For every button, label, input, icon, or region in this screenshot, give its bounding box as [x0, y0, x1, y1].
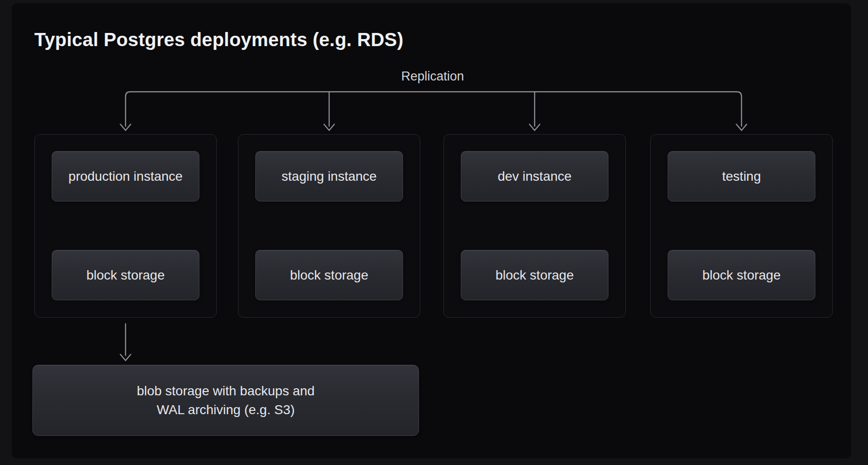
- staging-instance-label: staging instance: [282, 169, 377, 184]
- staging-block-storage-label: block storage: [290, 268, 369, 283]
- testing-block-storage-node: block storage: [668, 250, 815, 300]
- deployment-group-testing: testing block storage: [650, 134, 833, 318]
- dev-block-storage-label: block storage: [496, 268, 574, 283]
- production-instance-label: production instance: [69, 169, 183, 184]
- production-block-storage-node: block storage: [52, 250, 199, 300]
- production-block-storage-label: block storage: [87, 268, 165, 283]
- diagram-canvas: Typical Postgres deployments (e.g. RDS) …: [0, 0, 868, 465]
- blob-storage-line1: blob storage with backups and: [137, 382, 315, 401]
- blob-storage-node: blob storage with backups and WAL archiv…: [32, 365, 419, 436]
- testing-instance-label: testing: [722, 169, 761, 184]
- dev-instance-node: dev instance: [461, 151, 608, 201]
- blob-storage-line2: WAL archiving (e.g. S3): [157, 401, 295, 419]
- production-instance-node: production instance: [52, 151, 199, 201]
- testing-block-storage-label: block storage: [702, 268, 781, 283]
- deployment-group-staging: staging instance block storage: [238, 134, 420, 318]
- staging-instance-node: staging instance: [255, 151, 403, 201]
- replication-label: Replication: [362, 69, 503, 84]
- dev-instance-label: dev instance: [497, 169, 571, 184]
- staging-block-storage-node: block storage: [255, 250, 403, 300]
- deployment-group-dev: dev instance block storage: [443, 134, 626, 318]
- dev-block-storage-node: block storage: [461, 250, 608, 300]
- diagram-title: Typical Postgres deployments (e.g. RDS): [34, 29, 403, 50]
- testing-instance-node: testing: [668, 151, 815, 201]
- deployment-group-production: production instance block storage: [34, 134, 217, 318]
